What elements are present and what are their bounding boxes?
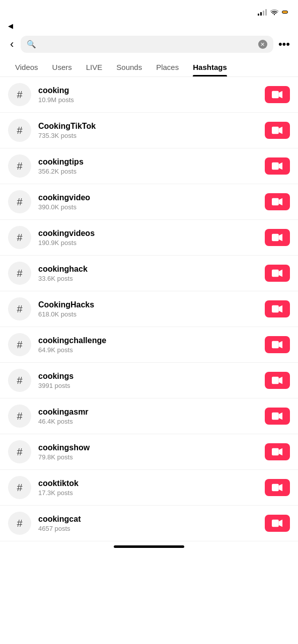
create-video-button[interactable]: [265, 229, 290, 246]
hashtag-list-item[interactable]: # cookingasmr 46.4K posts: [0, 398, 298, 434]
hashtag-list-item[interactable]: # cookingchallenge 64.9K posts: [0, 327, 298, 363]
more-options-button[interactable]: •••: [278, 38, 290, 51]
hashtag-info: cookingcat 4657 posts: [38, 515, 258, 532]
hashtag-name: CookingTikTok: [38, 122, 258, 131]
camera-icon: [272, 90, 283, 99]
hashtag-list-item[interactable]: # cookingcat 4657 posts: [0, 506, 298, 541]
svg-marker-23: [279, 484, 282, 492]
hashtag-icon: #: [8, 119, 31, 142]
svg-marker-15: [279, 341, 282, 349]
hashtag-list-item[interactable]: # cookings 3991 posts: [0, 363, 298, 398]
tab-users[interactable]: Users: [45, 58, 79, 76]
clear-search-button[interactable]: ✕: [258, 40, 267, 49]
create-video-button[interactable]: [265, 122, 290, 139]
hashtag-info: CookingHacks 618.0K posts: [38, 300, 258, 318]
app-store-back-arrow: ◀: [8, 22, 13, 30]
hashtag-name: cookingcat: [38, 515, 258, 524]
back-button[interactable]: ‹: [8, 38, 16, 51]
hashtag-posts: 190.9K posts: [38, 239, 258, 247]
camera-icon: [272, 304, 283, 313]
tab-videos[interactable]: Videos: [8, 58, 45, 76]
svg-rect-12: [272, 305, 279, 313]
hashtag-posts: 356.2K posts: [38, 168, 258, 175]
svg-marker-7: [279, 198, 282, 206]
svg-rect-6: [272, 198, 279, 206]
camera-icon: [272, 519, 283, 528]
hashtag-info: cookingasmr 46.4K posts: [38, 408, 258, 425]
hashtag-posts: 618.0K posts: [38, 310, 258, 318]
status-bar: [0, 0, 298, 22]
svg-marker-3: [279, 127, 282, 134]
tabs-row: Videos Users LIVE Sounds Places Hashtags: [0, 58, 298, 77]
svg-marker-9: [279, 234, 282, 242]
hashtag-posts: 33.6K posts: [38, 275, 258, 282]
tab-live[interactable]: LIVE: [79, 58, 110, 76]
tab-sounds[interactable]: Sounds: [109, 58, 149, 76]
svg-rect-10: [272, 270, 279, 277]
camera-icon: [272, 269, 283, 278]
hashtag-icon: #: [8, 440, 31, 463]
hashtag-name: cookingtips: [38, 157, 258, 167]
camera-icon: [272, 376, 283, 385]
svg-rect-2: [272, 127, 279, 134]
hashtag-name: cookingasmr: [38, 408, 258, 417]
create-video-button[interactable]: [265, 300, 290, 317]
hashtag-list-item[interactable]: # CookingHacks 618.0K posts: [0, 291, 298, 327]
svg-marker-5: [279, 163, 282, 170]
hashtag-list-item[interactable]: # cooking 10.9M posts: [0, 77, 298, 113]
hashtag-icon: #: [8, 226, 31, 249]
hashtag-info: cookingtips 356.2K posts: [38, 157, 258, 175]
create-video-button[interactable]: [265, 443, 290, 460]
camera-icon: [272, 233, 283, 242]
create-video-button[interactable]: [265, 193, 290, 210]
svg-rect-14: [272, 341, 279, 349]
create-video-button[interactable]: [265, 336, 290, 353]
svg-rect-24: [272, 520, 279, 527]
status-icons: [258, 9, 288, 16]
hashtag-info: cookingvideos 190.9K posts: [38, 229, 258, 247]
create-video-button[interactable]: [265, 479, 290, 496]
hashtag-info: cooktiktok 17.3K posts: [38, 479, 258, 497]
hashtag-icon: #: [8, 262, 31, 285]
camera-icon: [272, 162, 283, 171]
hashtag-list-item[interactable]: # cookingvideos 190.9K posts: [0, 220, 298, 256]
search-input-wrapper: 🔍 ✕: [21, 36, 273, 53]
create-video-button[interactable]: [265, 157, 290, 175]
hashtag-list-item[interactable]: # cooktiktok 17.3K posts: [0, 470, 298, 506]
hashtag-list-item[interactable]: # cookingvideo 390.0K posts: [0, 184, 298, 220]
camera-icon: [272, 447, 283, 456]
tab-places[interactable]: Places: [149, 58, 186, 76]
svg-marker-17: [279, 377, 282, 384]
create-video-button[interactable]: [265, 86, 290, 103]
hashtag-name: cooktiktok: [38, 479, 258, 488]
create-video-button[interactable]: [265, 408, 290, 425]
hashtag-name: cookingvideo: [38, 193, 258, 202]
tab-hashtags[interactable]: Hashtags: [186, 58, 234, 76]
hashtag-list-item[interactable]: # CookingTikTok 735.3K posts: [0, 113, 298, 148]
hashtag-list-item[interactable]: # cookinghack 33.6K posts: [0, 256, 298, 291]
hashtag-name: CookingHacks: [38, 300, 258, 309]
hashtag-list: # cooking 10.9M posts # CookingTikTok 73…: [0, 77, 298, 541]
hashtag-posts: 4657 posts: [38, 525, 258, 532]
hashtag-posts: 390.0K posts: [38, 203, 258, 211]
svg-marker-13: [279, 305, 282, 313]
clear-icon: ✕: [260, 41, 265, 48]
hashtag-icon: #: [8, 190, 31, 213]
create-video-button[interactable]: [265, 372, 290, 389]
hashtag-name: cookingvideos: [38, 229, 258, 238]
hashtag-info: cookingvideo 390.0K posts: [38, 193, 258, 211]
hashtag-posts: 10.9M posts: [38, 96, 258, 104]
create-video-button[interactable]: [265, 515, 290, 532]
wifi-icon: [270, 9, 279, 16]
svg-rect-20: [272, 448, 279, 456]
svg-marker-25: [279, 520, 282, 527]
home-bar: [114, 545, 184, 548]
hashtag-posts: 46.4K posts: [38, 418, 258, 425]
hashtag-list-item[interactable]: # cookingtips 356.2K posts: [0, 148, 298, 184]
hashtag-list-item[interactable]: # cookingshow 79.8K posts: [0, 434, 298, 470]
hashtag-info: cookingshow 79.8K posts: [38, 443, 258, 461]
camera-icon: [272, 197, 283, 206]
hashtag-icon: #: [8, 476, 31, 499]
hashtag-info: cookings 3991 posts: [38, 372, 258, 389]
create-video-button[interactable]: [265, 265, 290, 282]
